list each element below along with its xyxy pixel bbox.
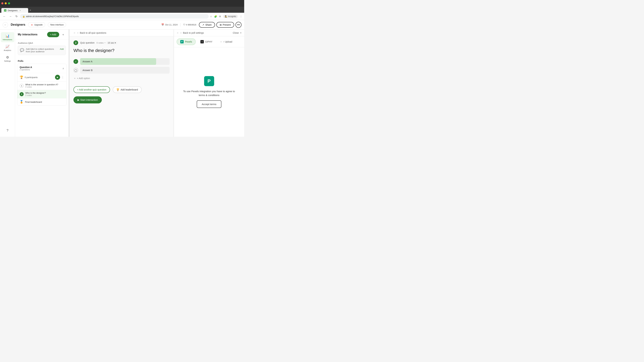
side-nav: 📊 Interactions 📈 Analytics ⚙ Settings ? (0, 29, 15, 137)
sidebar-item-settings[interactable]: ⚙ Settings (1, 54, 14, 64)
audience-qa-section: Audience Q&A 💬 Add Q&A to collect questi… (15, 40, 68, 58)
header-actions: ↗ Share ⊞ Present ••• (199, 22, 242, 28)
download-icon[interactable]: ⬇ (219, 15, 221, 18)
polls-section-title: Polls (15, 58, 68, 64)
add-leaderboard-label: Add leaderboard (120, 88, 138, 91)
tab-close-btn[interactable]: × (19, 9, 22, 12)
nav-back-btn[interactable]: ← (2, 14, 7, 19)
nav-forward-btn[interactable]: → (8, 14, 13, 19)
giphy-icon: G (200, 40, 204, 43)
settings-label: Settings (4, 60, 11, 62)
present-btn[interactable]: ⊞ Present (216, 22, 234, 28)
chevron-up-icon: ∧ (62, 67, 64, 70)
final-leaderboard-label: Final leaderboard (25, 101, 42, 103)
upgrade-btn[interactable]: 🔺 Upgrade (28, 22, 45, 27)
participants-row: 🏆 0 participants ▶ ⋮ (17, 73, 66, 81)
add-option-icon: + (74, 77, 76, 80)
audience-qa-title: Audience Q&A (18, 42, 66, 44)
tab-favicon: S (4, 9, 6, 11)
extensions-icon[interactable]: 🧩 (214, 15, 217, 18)
answer-label-b: Answer B (82, 69, 92, 71)
answer-check-a: ✓ (74, 59, 78, 64)
play-btn[interactable]: ▶ (55, 75, 60, 80)
upload-tab[interactable]: ↑ ↑ Upload (217, 39, 236, 44)
question-item-1[interactable]: 1 What is the answer in question A? 0 vo… (17, 81, 66, 90)
tab-pexels[interactable]: P Pexels (176, 38, 196, 45)
qa-add-link[interactable]: Add (60, 48, 64, 50)
back-arrow-pexels-icon: ← (176, 31, 179, 34)
answer-bar-a: Answer A (80, 58, 170, 65)
upgrade-icon: 🔺 (30, 23, 33, 26)
new-interface-label: New interface (50, 23, 64, 26)
upload-label: ↑ Upload (223, 40, 232, 43)
accept-terms-btn[interactable]: Accept terms (197, 100, 222, 108)
more-options-icon[interactable]: ⋮ (62, 76, 64, 79)
pexels-tab-icon: P (180, 40, 184, 43)
leaderboard-icon: 🏅 (20, 100, 23, 104)
question-text-1: What is the answer in question A? (25, 83, 64, 86)
answer-bar-b: Answer B (80, 67, 170, 73)
share-icon: ↗ (202, 23, 204, 26)
date-text: Oct 11, 2024 (165, 23, 178, 26)
more-btn[interactable]: ••• (236, 22, 242, 28)
question-votes-1: 0 votes (25, 86, 64, 88)
bookmark-icon[interactable]: ☆ (210, 15, 212, 18)
pexels-content: P To use Pexels integration you have to … (174, 47, 244, 137)
quiz-meta: 0 votes • 15 sec ▾ (96, 41, 118, 44)
answer-option-b[interactable]: ◯ Answer B (74, 67, 170, 73)
panel-header: My interactions + Add « (15, 29, 68, 40)
sidebar-item-analytics[interactable]: 📈 Analytics (1, 43, 14, 53)
new-tab-btn[interactable]: + (28, 8, 32, 13)
tab-giphy[interactable]: G GIPHY (197, 39, 216, 45)
add-quiz-question-btn[interactable]: + Add another quiz question (74, 86, 110, 93)
sidebar-item-help[interactable]: ? (1, 127, 14, 134)
active-tab[interactable]: S Designers × (1, 8, 28, 13)
incognito-badge: 🕵 Incognito (223, 14, 238, 18)
sidebar-item-interactions[interactable]: 📊 Interactions (1, 32, 14, 42)
question-group-header[interactable]: Question A 2 questions ∧ (17, 64, 66, 73)
quiz-badge: 2 (74, 40, 78, 45)
pexels-close-btn[interactable]: Close × (233, 31, 242, 34)
collapse-btn[interactable]: « (60, 32, 66, 37)
present-icon: ⊞ (220, 23, 222, 26)
browser-chrome (0, 0, 244, 7)
question-num-1: 1 (20, 84, 24, 88)
quiz-question-text: Who is the designer? (74, 48, 170, 53)
add-option-row[interactable]: + + Add option (74, 76, 170, 81)
header-hash: 🛡 # 8664816 (183, 23, 196, 26)
question-item-2[interactable]: 2 Who is the designer? 0 votes (17, 90, 66, 98)
url-text: admin.sli.do/event/8Goq3eqYCVaD6c1SPMVoE… (26, 15, 79, 17)
back-to-poll-settings-btn[interactable]: ← ← Back to poll settings (176, 31, 204, 34)
app-header: ← Designers 🔺 Upgrade New interface 📅 Oc… (0, 20, 244, 29)
back-to-quiz-link[interactable]: ← ← Back to all quiz questions (74, 31, 106, 34)
app-title: Designers (11, 23, 25, 26)
quiz-main: ← ← Back to all quiz questions 2 Quiz qu… (70, 29, 174, 137)
nav-refresh-btn[interactable]: ↻ (14, 14, 19, 19)
add-btn[interactable]: + Add (47, 32, 59, 37)
share-btn[interactable]: ↗ Share (199, 22, 215, 28)
url-bar[interactable]: 🔒 admin.sli.do/event/8Goq3eqYCVaD6c1SPMV… (20, 14, 209, 18)
win-close-dot[interactable] (1, 2, 3, 4)
interactions-panel: My interactions + Add « Audience Q&A 💬 A… (15, 29, 69, 137)
quiz-nav-bar: ← ← Back to all quiz questions (70, 29, 174, 36)
question-votes-2: 0 votes (25, 94, 64, 96)
participants-count: 0 participants (25, 76, 54, 79)
question-group-title: Question A (20, 66, 32, 68)
question-group-sub: 2 questions (20, 68, 32, 71)
quiz-actions: + Add another quiz question 🏆 Add leader… (74, 86, 170, 93)
new-interface-btn[interactable]: New interface (48, 22, 66, 27)
win-minimize-dot[interactable] (5, 2, 7, 4)
header-back-btn[interactable]: ← (3, 22, 8, 27)
time-badge[interactable]: 15 sec ▾ (106, 41, 117, 44)
interactions-label: Interactions (3, 38, 12, 40)
win-maximize-dot[interactable] (8, 2, 10, 4)
app-wrapper: ← Designers 🔺 Upgrade New interface 📅 Oc… (0, 20, 244, 137)
pexels-terms-text: To use Pexels integration you have to ag… (182, 89, 236, 97)
pexels-tabs: P Pexels G GIPHY ↑ ↑ Upload (174, 36, 244, 47)
browser-menu-icon[interactable]: ⋮ (240, 15, 242, 18)
start-interaction-btn[interactable]: ▶ Start interaction (74, 96, 102, 103)
add-leaderboard-btn[interactable]: 🏆 Add leaderboard (113, 86, 142, 93)
final-leaderboard-row[interactable]: 🏅 Final leaderboard (17, 98, 66, 105)
answer-option-a[interactable]: ✓ Answer A (74, 58, 170, 65)
question-content-2: Who is the designer? 0 votes (25, 92, 64, 96)
